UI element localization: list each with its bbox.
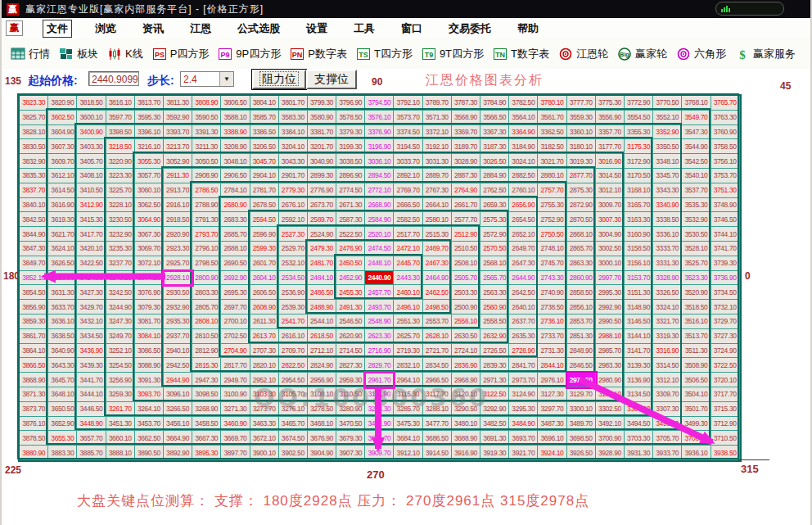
grid-cell: 3936.10 xyxy=(682,446,710,460)
grid-cell: 3244.90 xyxy=(106,300,135,315)
grid-cell: 3453.70 xyxy=(135,417,164,432)
toolbar-button-2[interactable]: 板块 xyxy=(59,47,98,61)
grid-cell: 2966.50 xyxy=(423,373,452,387)
grid-cell: 2443.30 xyxy=(394,271,422,286)
grid-cell: 2541.70 xyxy=(279,315,308,329)
grid-cell: 2983.30 xyxy=(596,358,625,373)
menu-item-1[interactable]: 文件 xyxy=(43,20,72,38)
toolbar-button-7[interactable]: TST四方形 xyxy=(356,47,413,61)
grid-cell: 3720.10 xyxy=(711,373,740,387)
grid-cell: 3888.10 xyxy=(106,446,135,460)
toolbar-button-8[interactable]: T99T四方形 xyxy=(422,47,484,61)
grid-cell: 3242.50 xyxy=(106,285,135,300)
grid-cell: 2644.90 xyxy=(509,271,538,286)
toolbar-button-9[interactable]: TNT数字表 xyxy=(493,47,549,61)
badge-TN-green-icon: TN xyxy=(493,48,508,61)
grid-cell: 3633.70 xyxy=(48,300,77,315)
menu-item-2[interactable]: 浏览 xyxy=(92,20,120,37)
grid-cell: 3153.70 xyxy=(625,271,653,286)
toolbar-label: T四方形 xyxy=(374,47,413,61)
toolbar-button-11[interactable]: Big赢家轮 xyxy=(617,47,667,61)
menu-item-6[interactable]: 设置 xyxy=(303,20,331,37)
grid-cell: 3789.70 xyxy=(423,96,452,111)
grid-cell: 2491.30 xyxy=(336,300,365,315)
grid-cell: 3100.90 xyxy=(221,387,250,402)
grid-cell: 3835.30 xyxy=(20,169,48,183)
grid-cell: 2570.50 xyxy=(480,242,509,256)
menu-item-7[interactable]: 工具 xyxy=(350,20,378,37)
grid-cell: 3492.10 xyxy=(596,417,625,432)
toolbar-label: 板块 xyxy=(77,47,98,61)
grid-cell: 3072.10 xyxy=(135,256,164,271)
grid-cell: 2976.10 xyxy=(538,373,566,387)
menu-item-3[interactable]: 资讯 xyxy=(139,20,167,37)
grid-cell: 3854.50 xyxy=(20,285,48,300)
grid-cell: 3763.30 xyxy=(711,111,740,125)
grid-cell: 2858.50 xyxy=(567,285,596,300)
grid-cell: 3348.10 xyxy=(653,154,682,169)
grid-cell: 2668.90 xyxy=(365,198,394,213)
grid-cell: 3182.50 xyxy=(538,139,566,154)
grid-cell: 3506.50 xyxy=(682,373,710,387)
grid-cell: 3172.90 xyxy=(625,154,653,169)
grid-cell: 3818.50 xyxy=(77,96,106,111)
toolbar-button-10[interactable]: 江恩轮 xyxy=(558,47,608,61)
toolbar-button-13[interactable]: $赢家服务 xyxy=(735,47,796,61)
dollar-green-icon: $ xyxy=(735,48,750,61)
grid-cell: 2659.30 xyxy=(480,198,509,213)
toolbar-button-5[interactable]: P99P四方形 xyxy=(218,47,281,61)
grid-cell: 2839.30 xyxy=(480,358,509,373)
grid-cell: 3636.10 xyxy=(48,315,77,329)
grid-cell: 3312.10 xyxy=(653,373,682,387)
angle-label-135: 135 xyxy=(5,75,21,87)
grid-cell: 3511.30 xyxy=(682,344,710,359)
grid-cell: 2697.70 xyxy=(221,300,250,315)
menu-item-4[interactable]: 江恩 xyxy=(187,20,214,37)
chevron-down-icon[interactable]: ▼ xyxy=(219,72,233,86)
grid-cell: 2599.30 xyxy=(250,242,279,256)
grid-cell: 3093.70 xyxy=(135,387,164,402)
grid-cell: 3470.50 xyxy=(336,417,365,432)
grid-cell: 2971.30 xyxy=(480,373,509,387)
grid-cell: 2544.10 xyxy=(308,315,336,329)
grid-cell: 3487.30 xyxy=(538,417,566,432)
grid-cell: 3043.30 xyxy=(279,154,308,169)
toolbar-button-3[interactable]: K线 xyxy=(107,47,143,61)
grid-cell: 3124.90 xyxy=(509,387,538,402)
grid-cell: 3352.90 xyxy=(653,125,682,140)
toolbar-button-1[interactable]: 行情 xyxy=(11,47,50,61)
grid-cell: 2719.30 xyxy=(394,344,422,359)
grid-cell: 2654.50 xyxy=(509,212,538,227)
svg-text:TN: TN xyxy=(495,50,505,58)
toolbar-button-6[interactable]: PNP数字表 xyxy=(290,47,347,61)
menu-item-5[interactable]: 公式选股 xyxy=(234,20,283,37)
resistance-button[interactable]: 阻力位 xyxy=(252,70,306,89)
toolbar-button-4[interactable]: PSP四方形 xyxy=(152,47,210,61)
grid-cell: 2877.70 xyxy=(567,169,596,183)
support-button[interactable]: 支撑位 xyxy=(306,70,357,89)
grid-cell: 2661.70 xyxy=(452,198,480,213)
grid-cell: 3451.30 xyxy=(106,417,135,432)
grid-cell: 3484.90 xyxy=(509,417,538,432)
toolbar-button-12[interactable]: 六角形 xyxy=(676,47,726,61)
menu-item-9[interactable]: 交易委托 xyxy=(445,20,494,37)
grid-cell: 2462.50 xyxy=(423,285,452,300)
step-combo[interactable]: 2.4 ▼ xyxy=(180,71,234,87)
grid-cell: 3691.30 xyxy=(480,431,509,446)
menu-item-10[interactable]: 帮助 xyxy=(514,20,542,37)
grid-cell: 2604.10 xyxy=(250,271,279,286)
grid-cell: 2450.50 xyxy=(336,256,365,271)
grid-cell: 3669.70 xyxy=(221,431,250,446)
grid-cell: 3271.30 xyxy=(221,402,250,417)
grid-cell: 3336.10 xyxy=(653,227,682,242)
grid-cell: 3496.90 xyxy=(653,417,682,432)
grid-cell: 2786.50 xyxy=(192,183,221,198)
start-price-input[interactable]: 2440.9099 xyxy=(88,71,139,86)
grid-cell: 3583.30 xyxy=(279,111,308,125)
grid-cell: 3228.10 xyxy=(106,198,135,213)
angle-label-315: 315 xyxy=(741,463,759,475)
grid-cell: 3280.90 xyxy=(336,402,365,417)
grid-cell: 2712.10 xyxy=(308,344,336,359)
menu-item-8[interactable]: 窗口 xyxy=(398,20,426,37)
grid-cell: 2788.90 xyxy=(192,198,221,213)
